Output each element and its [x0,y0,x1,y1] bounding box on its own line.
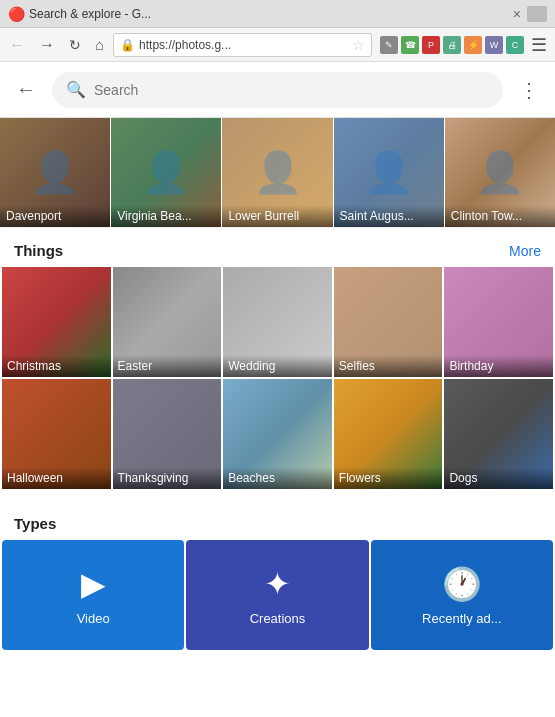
main-content: 👤 Davenport 👤 Virginia Bea... 👤 Lower Bu… [0,118,555,717]
thing-label-flowers: Flowers [334,467,443,489]
type-label-creations: Creations [250,611,306,626]
place-label-virginia: Virginia Bea... [111,205,221,227]
place-label-davenport: Davenport [0,205,110,227]
search-box[interactable]: 🔍 [52,72,503,108]
place-label-clinton: Clinton Tow... [445,205,555,227]
refresh-button[interactable]: ↻ [64,35,86,55]
place-label-saint: Saint Augus... [334,205,444,227]
thing-label-beaches: Beaches [223,467,332,489]
type-icon-recently: 🕐 [442,565,482,603]
thing-label-dogs: Dogs [444,467,553,489]
browser-toolbar-icons: ✎ ☎ P 🖨 ⚡ W C ☰ [380,34,551,56]
browser-toolbar: ← → ↻ ⌂ 🔒 https://photos.g... ☆ ✎ ☎ P 🖨 … [0,28,555,62]
bookmark-star-icon[interactable]: ☆ [352,37,365,53]
thing-cell-halloween[interactable]: Halloween [2,379,111,489]
thing-cell-dogs[interactable]: Dogs [444,379,553,489]
ssl-lock-icon: 🔒 [120,38,135,52]
back-nav-button[interactable]: ← [4,34,30,56]
types-grid: ▶ Video ✦ Creations 🕐 Recently ad... [0,540,555,650]
thing-label-thanksgiving: Thanksgiving [113,467,222,489]
thing-cell-christmas[interactable]: Christmas [2,267,111,377]
thing-label-wedding: Wedding [223,355,332,377]
things-title: Things [14,242,63,259]
forward-nav-button[interactable]: → [34,34,60,56]
toolbar-icon-1[interactable]: ✎ [380,36,398,54]
toolbar-icon-phone[interactable]: ☎ [401,36,419,54]
place-thumb-clinton[interactable]: 👤 Clinton Tow... [445,118,555,227]
thing-label-halloween: Halloween [2,467,111,489]
search-icon: 🔍 [66,80,86,99]
thing-label-christmas: Christmas [2,355,111,377]
app-header: ← 🔍 ⋮ [0,62,555,118]
tab-close-button[interactable]: × [513,6,521,22]
thing-cell-beaches[interactable]: Beaches [223,379,332,489]
home-button[interactable]: ⌂ [90,34,109,55]
place-thumb-lower[interactable]: 👤 Lower Burrell [222,118,333,227]
thing-cell-thanksgiving[interactable]: Thanksgiving [113,379,222,489]
search-input[interactable] [94,82,489,98]
thing-cell-flowers[interactable]: Flowers [334,379,443,489]
things-more-link[interactable]: More [509,243,541,259]
place-label-lower: Lower Burrell [222,205,332,227]
thing-label-easter: Easter [113,355,222,377]
type-label-recently: Recently ad... [422,611,502,626]
thing-cell-selfies[interactable]: Selfies [334,267,443,377]
browser-favicon: 🔴 [8,6,25,22]
browser-titlebar: 🔴 Search & explore - G... × [0,0,555,28]
toolbar-icon-printer[interactable]: 🖨 [443,36,461,54]
thing-cell-wedding[interactable]: Wedding [223,267,332,377]
browser-menu-button[interactable]: ☰ [527,34,551,56]
address-bar[interactable]: 🔒 https://photos.g... ☆ [113,33,372,57]
place-thumb-davenport[interactable]: 👤 Davenport [0,118,111,227]
browser-menu-icon[interactable] [527,6,547,22]
url-text: https://photos.g... [139,38,348,52]
thing-label-birthday: Birthday [444,355,553,377]
toolbar-icon-5[interactable]: ⚡ [464,36,482,54]
type-cell-recently[interactable]: 🕐 Recently ad... [371,540,553,650]
browser-tab-title: Search & explore - G... [29,7,505,21]
places-row: 👤 Davenport 👤 Virginia Bea... 👤 Lower Bu… [0,118,555,228]
place-thumb-saint[interactable]: 👤 Saint Augus... [334,118,445,227]
types-section: Types ▶ Video ✦ Creations 🕐 Recently ad.… [0,501,555,650]
things-section-header: Things More [0,228,555,267]
type-label-video: Video [77,611,110,626]
thing-cell-easter[interactable]: Easter [113,267,222,377]
app-back-button[interactable]: ← [8,72,44,108]
app-more-button[interactable]: ⋮ [511,72,547,108]
toolbar-icon-red[interactable]: P [422,36,440,54]
type-icon-video: ▶ [81,565,106,603]
things-grid: Christmas Easter Wedding Selfies Birthda… [0,267,555,489]
place-thumb-virginia[interactable]: 👤 Virginia Bea... [111,118,222,227]
thing-cell-birthday[interactable]: Birthday [444,267,553,377]
thing-label-selfies: Selfies [334,355,443,377]
types-section-header: Types [0,501,555,540]
types-title: Types [14,515,56,532]
type-cell-video[interactable]: ▶ Video [2,540,184,650]
toolbar-icon-6[interactable]: W [485,36,503,54]
toolbar-icon-7[interactable]: C [506,36,524,54]
type-cell-creations[interactable]: ✦ Creations [186,540,368,650]
type-icon-creations: ✦ [264,565,291,603]
